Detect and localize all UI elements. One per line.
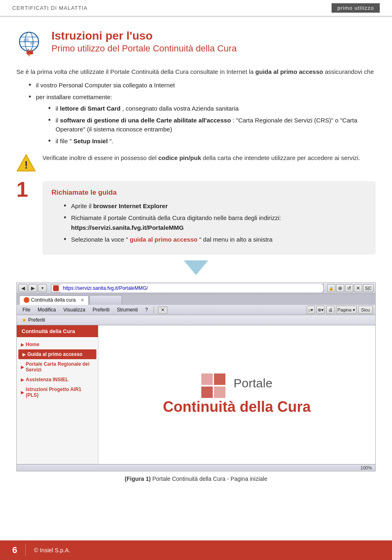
main-content: Istruzioni per l'uso Primo utilizzo del … [0, 17, 392, 496]
tab-favicon [24, 297, 29, 303]
browser-menubar: File Modifica Visualizza Preferiti Strum… [17, 305, 375, 315]
warning-part2: della carta che intendete utilizzare per… [203, 154, 360, 161]
page-title-line1: Istruzioni per l'uso [51, 29, 237, 43]
portal-grid-icon [201, 373, 225, 398]
bookmarks-bar: ★ Preferiti [17, 315, 375, 325]
grid-row-2 [201, 387, 225, 398]
page-btn[interactable]: Pagina ▾ [336, 306, 356, 314]
sidebar-red-header: Continuità della Cura [17, 325, 98, 337]
sidebar-item-home-label: Home [26, 342, 39, 347]
sub-item-rest3: ". [109, 138, 114, 144]
sidebar-item-assistenza-label: Assistenza INSIEL [26, 377, 69, 382]
section-content: Richiamate le guida Aprite il browser In… [42, 181, 376, 255]
sub-item-setup: il file " Setup Insiel ". [48, 137, 376, 146]
sidebar-item-istruzioni[interactable]: ▶ Istruzioni Progetto AIR1 (PLS) [17, 384, 98, 400]
section-title: Richiamate le guida [51, 189, 367, 197]
header-bar: CERTIFICATI DI MALATTIA primo utilizzo [0, 0, 392, 17]
forward-button[interactable]: ▶ [28, 284, 37, 292]
sidebar-item-assistenza[interactable]: ▶ Assistenza INSIEL [17, 375, 98, 384]
section-number: 1 [16, 179, 36, 200]
sub-item-text1: il [56, 105, 60, 112]
svg-text:!: ! [24, 159, 28, 171]
active-tab[interactable]: Continuità della cura ✕ [19, 296, 89, 305]
svg-rect-8 [28, 49, 29, 51]
warning-icon: ! [16, 153, 36, 174]
section-item-browser: Aprite il browser Internet Explorer [64, 202, 367, 211]
dropdown-button[interactable]: ▼ [38, 284, 47, 292]
header-tag: primo utilizzo [332, 3, 380, 13]
list-item-pc-text: il vostro Personal Computer sia collegat… [36, 82, 175, 89]
arrow-icon-home: ▶ [21, 342, 24, 347]
browser-icon-btn-3[interactable]: ✕ [354, 284, 362, 292]
sub-item-bold1: lettore di Smart Card [60, 105, 120, 112]
print-btn[interactable]: 🖨 [326, 306, 334, 314]
grid-cell [201, 387, 213, 398]
menu-file[interactable]: File [19, 306, 33, 313]
list-item-install: per installare correttamente: il lettore… [29, 93, 376, 146]
arrow-icon-assistenza: ▶ [21, 378, 24, 382]
statusbar-right: 100% [361, 465, 372, 470]
portal-word: Portale [234, 376, 272, 390]
right-tools: ⌂▾ ⊕▾ 🖨 Pagina ▾ Sicu [307, 306, 373, 314]
sub-item-rest1: , consegnato dalla vostra Azienda sanita… [122, 105, 238, 112]
browser-statusbar: 100% [17, 464, 375, 471]
portal-logo: Portale Continuità della Cura [163, 373, 311, 416]
sidebar-item-home[interactable]: ▶ Home [17, 340, 98, 349]
menu-strumenti[interactable]: Strumenti [114, 306, 141, 313]
menu-help[interactable]: ? [142, 306, 151, 313]
list-item-install-text: per installare correttamente: [36, 93, 112, 100]
address-bar-container: https://servizi.sanita.fvg.it/PortaleMMG… [51, 284, 324, 292]
sidebar-item-istruzioni-label: Istruzioni Progetto AIR1 (PLS) [26, 387, 94, 398]
site-sidebar: Continuità della Cura ▶ Home ▶ Guida al … [17, 325, 98, 464]
figure-caption: (Figura 1) Portale Continuità della Cura… [16, 476, 376, 482]
grid-cell [201, 373, 213, 385]
sub-item-software: il software di gestione di una delle Car… [48, 116, 376, 134]
globe-plug-icon [16, 31, 45, 60]
address-input[interactable]: https://servizi.sanita.fvg.it/PortaleMMG… [60, 284, 322, 292]
browser-icon-btn-1[interactable]: ⊕ [336, 284, 344, 292]
section-item-browser-text1: Aprite il [71, 202, 93, 209]
figure-caption-bold: (Figura 1) [125, 476, 151, 482]
sub-item-text2: il [56, 117, 60, 124]
section-1: 1 Richiamate le guida Aprite il browser … [16, 181, 376, 255]
sidebar-item-portale-label: Portale Carta Regionale dei Servizi [26, 361, 94, 373]
browser-icon-btn-4[interactable]: S|C [363, 284, 374, 292]
sidebar-item-guida[interactable]: ▶ Guida al primo accesso [18, 349, 96, 359]
intro-bold1: guida al primo accesso [255, 68, 323, 75]
sub-list: il lettore di Smart Card , consegnato da… [48, 104, 376, 146]
intro-text-part1: Se è la prima volta che utilizzate il Po… [16, 68, 255, 75]
menu-preferiti[interactable]: Preferiti [89, 306, 113, 313]
arrow-icon-istruzioni: ▶ [21, 390, 24, 395]
section-item-menu-bold: guida al primo accesso [130, 236, 198, 243]
tab-label: Continuità della cura [31, 297, 76, 303]
zoom-level: 100% [361, 465, 372, 470]
menu-visualizza[interactable]: Visualizza [60, 306, 89, 313]
arrow-decoration [16, 260, 376, 278]
bookmark-preferiti[interactable]: ★ Preferiti [19, 316, 47, 324]
sidebar-item-portale[interactable]: ▶ Portale Carta Regionale dei Servizi [17, 359, 98, 375]
menu-modifica[interactable]: Modifica [34, 306, 59, 313]
back-button[interactable]: ◀ [18, 284, 27, 292]
title-section: Istruzioni per l'uso Primo utilizzo del … [16, 29, 376, 60]
star-icon: ★ [22, 317, 27, 323]
section-item-url-text: Richiamate il portale Continuità della C… [71, 214, 281, 221]
list-item-pc: il vostro Personal Computer sia collegat… [29, 81, 376, 90]
warning-text: Verificate inoltre di essere in possesso… [42, 153, 360, 163]
intro-paragraph: Se è la prima volta che utilizzate il Po… [16, 67, 376, 77]
section-item-url: Richiamate il portale Continuità della C… [64, 213, 367, 233]
bookmark-label: Preferiti [28, 317, 45, 323]
tab-close-btn[interactable]: ✕ [80, 298, 84, 303]
browser-icon-btn-2[interactable]: ↺ [345, 284, 353, 292]
portal-name: Continuità della Cura [163, 398, 311, 415]
home-btn[interactable]: ⌂▾ [307, 306, 315, 314]
section-item-menu: Selezionate la voce " guida al primo acc… [64, 235, 367, 244]
security-btn[interactable]: Sicu [358, 306, 373, 314]
lock-icon-btn[interactable]: 🔒 [327, 284, 335, 292]
new-tab[interactable] [89, 295, 122, 305]
page-title-line2: Primo utilizzo del Portale Continuità de… [51, 43, 237, 55]
svg-marker-11 [26, 53, 32, 57]
menu-separator [154, 307, 154, 313]
close-btn[interactable]: ✕ [158, 307, 167, 313]
rss-btn[interactable]: ⊕▾ [316, 306, 325, 314]
footer-copyright: © Insiel S.p.A. [34, 547, 70, 553]
